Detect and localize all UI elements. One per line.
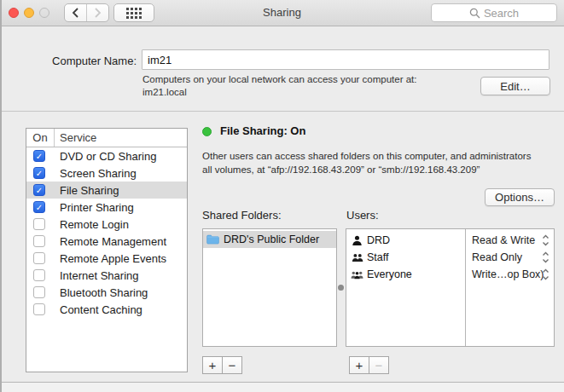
user-pair-icon <box>350 253 364 262</box>
folder-icon <box>206 234 219 245</box>
user-icon <box>350 235 364 246</box>
service-label: Screen Sharing <box>60 167 137 180</box>
status-description-line2: all volumes, at “afp://192.168.43.209” o… <box>202 163 531 176</box>
permission-value: Write…op Box) <box>472 268 544 280</box>
service-checkbox[interactable] <box>33 252 45 264</box>
bottom-strip <box>0 383 564 392</box>
status-title: File Sharing: On <box>220 124 305 137</box>
services-list-body: ✓DVD or CD Sharing✓Screen Sharing✓File S… <box>26 147 187 318</box>
service-label: Remote Login <box>60 218 129 231</box>
computer-name-help: Computers on your local network can acce… <box>142 73 417 99</box>
status-description: Other users can access shared folders on… <box>202 149 531 176</box>
edit-button[interactable]: Edit… <box>480 77 550 95</box>
computer-name-help-line1: Computers on your local network can acce… <box>142 73 417 86</box>
remove-shared-folder-button[interactable]: − <box>222 357 241 373</box>
service-row[interactable]: Remote Login <box>26 216 187 233</box>
service-row[interactable]: ✓DVD or CD Sharing <box>26 147 187 164</box>
users-label: Users: <box>346 209 379 222</box>
window-left-edge <box>0 0 2 392</box>
service-label: Internet Sharing <box>60 269 139 282</box>
service-label: Remote Management <box>60 235 166 248</box>
service-checkbox[interactable] <box>33 235 45 247</box>
permission-value: Read & Write <box>472 234 535 246</box>
service-row[interactable]: Content Caching <box>26 301 187 318</box>
service-label: Content Caching <box>60 303 142 316</box>
services-list-header: On Service <box>26 129 187 147</box>
user-row[interactable]: Everyone <box>346 266 465 283</box>
user-row[interactable]: Staff <box>346 249 465 266</box>
titlebar: Sharing Search <box>0 0 564 26</box>
sharing-preferences-window: Sharing Search Computer Name: Computers … <box>0 0 564 392</box>
computer-name-label: Computer Name: <box>0 55 137 67</box>
service-checkbox-checked[interactable]: ✓ <box>33 167 45 179</box>
shared-folder-name: DRD's Public Folder <box>224 233 319 245</box>
computer-name-field[interactable] <box>142 49 549 70</box>
updown-chevron-icon <box>542 251 549 263</box>
column-header-on: On <box>26 129 55 147</box>
options-button[interactable]: Options… <box>485 188 555 206</box>
search-input[interactable]: Search <box>431 3 557 22</box>
users-add-remove: + − <box>349 356 389 374</box>
shared-folders-label: Shared Folders: <box>202 209 282 222</box>
service-label: File Sharing <box>60 184 119 197</box>
shared-folders-add-remove: + − <box>202 356 242 374</box>
column-header-service: Service <box>55 131 96 144</box>
service-row[interactable]: Bluetooth Sharing <box>26 284 187 301</box>
service-checkbox[interactable] <box>33 286 45 298</box>
users-names-column: DRDStaffEveryone <box>346 229 465 346</box>
shared-folder-row[interactable]: DRD's Public Folder <box>203 231 336 248</box>
remove-user-button: − <box>369 357 388 373</box>
users-permissions-column: Read & WriteRead OnlyWrite…op Box) <box>465 229 554 346</box>
users-list: DRDStaffEveryone Read & WriteRead OnlyWr… <box>346 228 555 347</box>
service-label: Printer Sharing <box>60 201 134 214</box>
service-checkbox[interactable] <box>33 269 45 281</box>
updown-chevron-icon <box>542 268 549 280</box>
status-description-line1: Other users can access shared folders on… <box>202 149 531 163</box>
permission-popup[interactable]: Read & Write <box>466 232 554 249</box>
service-row[interactable]: ✓File Sharing <box>26 182 187 199</box>
permission-popup[interactable]: Write…op Box) <box>466 266 554 283</box>
add-user-button[interactable]: + <box>350 357 369 373</box>
service-checkbox[interactable] <box>33 303 45 315</box>
status-green-dot-icon <box>202 127 212 136</box>
updown-chevron-icon <box>542 234 549 246</box>
add-shared-folder-button[interactable]: + <box>203 357 222 373</box>
shared-folders-list: DRD's Public Folder <box>202 228 337 347</box>
user-row[interactable]: DRD <box>346 232 465 249</box>
search-placeholder: Search <box>484 7 519 20</box>
computer-name-help-line2: im21.local <box>142 86 417 99</box>
service-label: Remote Apple Events <box>60 252 166 265</box>
service-row[interactable]: Remote Management <box>26 233 187 250</box>
service-row[interactable]: ✓Screen Sharing <box>26 164 187 182</box>
permission-popup[interactable]: Read Only <box>466 249 554 266</box>
search-icon <box>469 8 480 19</box>
pane-splitter-handle[interactable] <box>338 285 344 291</box>
service-checkbox-checked[interactable]: ✓ <box>33 184 45 196</box>
service-label: DVD or CD Sharing <box>60 150 156 163</box>
services-list: On Service ✓DVD or CD Sharing✓Screen Sha… <box>26 128 188 372</box>
user-name: Staff <box>367 251 388 263</box>
service-checkbox-checked[interactable]: ✓ <box>33 150 45 162</box>
service-checkbox[interactable] <box>33 218 45 230</box>
user-name: DRD <box>367 234 390 246</box>
permission-value: Read Only <box>472 251 522 263</box>
user-name: Everyone <box>367 268 412 280</box>
section-divider <box>0 111 564 112</box>
service-row[interactable]: ✓Printer Sharing <box>26 199 187 216</box>
user-group-icon <box>350 270 364 280</box>
service-row[interactable]: Remote Apple Events <box>26 250 187 267</box>
service-row[interactable]: Internet Sharing <box>26 267 187 284</box>
service-label: Bluetooth Sharing <box>60 286 148 299</box>
service-checkbox-checked[interactable]: ✓ <box>33 201 45 213</box>
